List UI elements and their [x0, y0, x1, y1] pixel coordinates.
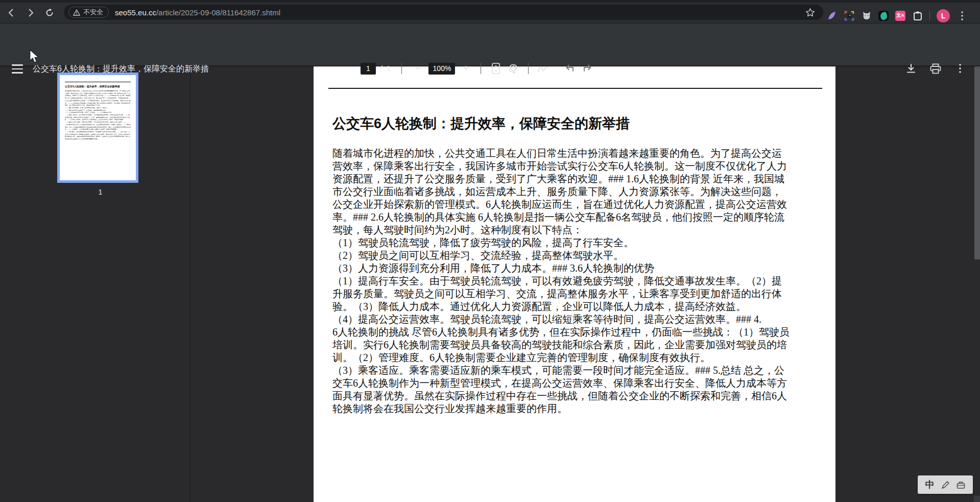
- address-bar[interactable]: 不安全 seo55.eu.cc/article/2025-09-08/81164…: [64, 5, 823, 20]
- bookmark-button[interactable]: [805, 8, 815, 19]
- document-line: （3）人力资源得到充分利用，降低了人力成本。### 3.6人轮换制的优势: [332, 262, 822, 275]
- print-button[interactable]: [927, 63, 944, 74]
- zoom-out-button[interactable]: −: [410, 63, 425, 74]
- thumbnail-lines: 随着城市化进程的加快，公共交通工具在人们日常生活中扮演着越来越重要的角色。为了提…: [65, 90, 131, 140]
- profile-initial: L: [941, 12, 946, 20]
- feather-icon: [827, 11, 837, 21]
- translate-extension-button[interactable]: 文A: [895, 11, 905, 21]
- ime-toolbar[interactable]: 中: [918, 475, 973, 494]
- dark-extension-button[interactable]: [878, 11, 889, 21]
- page-number-value: 1: [366, 64, 370, 73]
- download-button[interactable]: [902, 63, 920, 74]
- pdf-page: 公交车6人轮换制：提升效率，保障安全的新举措 随着城市化进程的加快，公共交通工具…: [314, 66, 835, 502]
- document-line: 6人轮换制的挑战 尽管6人轮换制具有诸多优势，但在实际操作过程中，仍面临一些挑战…: [332, 326, 822, 339]
- cat-extension-button[interactable]: [861, 10, 872, 21]
- document-title: 公交车6人轮换制：提升效率，保障安全的新举措: [332, 114, 820, 133]
- reload-icon: [45, 8, 54, 17]
- document-line: 率。### 2.6人轮换制的具体实施 6人轮换制是指一辆公交车配备6名驾驶员，他…: [332, 211, 822, 224]
- redo-icon: [582, 64, 592, 73]
- undo-icon: [565, 64, 575, 73]
- pdf-menu-button[interactable]: [951, 64, 969, 73]
- ime-language-indicator[interactable]: 中: [925, 479, 935, 491]
- toolbar-separator: [528, 63, 529, 74]
- annotate-button[interactable]: [535, 63, 552, 74]
- document-line: 升服务质量。驾驶员之间可以互相学习、交流，提高整体服务水平，让乘客享受到更加舒适…: [332, 288, 822, 300]
- thumbnail-text-line: （3）乘客适应。乘客需要适应新的乘车模式，可能需要一段时间才能完全适应。### …: [65, 131, 131, 133]
- warning-triangle-icon: [73, 9, 80, 16]
- document-line: 公交企业开始探索新的管理模式。6人轮换制应运而生，旨在通过优化人力资源配置，提高…: [332, 198, 822, 211]
- security-chip-label: 不安全: [83, 8, 103, 17]
- browser-menu-button[interactable]: [957, 10, 967, 21]
- document-line: 面具有显著优势。虽然在实际操作过程中存在一些挑战，但随着公交企业的不断探索和完善…: [332, 390, 822, 402]
- profile-avatar[interactable]: L: [937, 9, 950, 22]
- draw-ink-icon: [537, 63, 549, 74]
- back-arrow-icon: [7, 8, 16, 17]
- screen: 不安全 seo55.eu.cc/article/2025-09-08/81164…: [0, 0, 980, 502]
- forward-button[interactable]: [22, 5, 39, 21]
- rotate-button[interactable]: [505, 63, 522, 74]
- forward-arrow-icon: [26, 8, 35, 17]
- extensions-menu-button[interactable]: [912, 10, 923, 21]
- mouse-cursor: [29, 49, 41, 63]
- thumbnail-title: 公交车6人轮换制：提升效率，保障安全的新举措: [65, 85, 131, 88]
- thumbnail-text-line: 随着城市化进程的加快，公共交通工具在人们日常生活中扮演着越来越重要的角色。为了提…: [65, 90, 131, 92]
- document-line: 轮换制将会在我国公交行业发挥越来越重要的作用。: [332, 402, 822, 415]
- document-line: 资源配置，还提升了公交服务质量，受到了广大乘客的欢迎。### 1.6人轮换制的背…: [332, 173, 822, 185]
- zoom-in-button[interactable]: +: [458, 63, 473, 74]
- redo-button[interactable]: [579, 64, 596, 73]
- url-text: seo55.eu.cc/article/2025-09-08/811642867…: [115, 8, 280, 17]
- feather-extension-button[interactable]: [826, 10, 837, 21]
- document-line: 随着城市化进程的加快，公共交通工具在人们日常生活中扮演着越来越重要的角色。为了提…: [332, 147, 822, 160]
- clipboard-icon: [913, 11, 922, 21]
- page-thumbnail[interactable]: 公交车6人轮换制：提升效率，保障安全的新举措 随着城市化进程的加快，公共交通工具…: [57, 73, 138, 183]
- pdf-toolbar: 公交车6人轮换制：提升效率，保障安全的新举措 1 / 1 − 100% +: [0, 23, 980, 65]
- toolbar-document-title: 公交车6人轮换制：提升效率，保障安全的新举措: [33, 64, 209, 75]
- ime-pen-icon[interactable]: [941, 481, 950, 489]
- download-icon: [906, 63, 916, 74]
- scrollbar-corner: [974, 496, 980, 502]
- document-line: （1）提高行车安全。由于驾驶员轮流驾驶，可以有效避免疲劳驾驶，降低交通事故发生率…: [332, 275, 822, 288]
- undo-button[interactable]: [561, 64, 579, 73]
- document-line: （4）提高公交运营效率。驾驶员轮流驾驶，可以缩短乘客等待时间，提高公交运营效率。…: [332, 313, 822, 326]
- document-line: 营效率，保障乘客出行安全，我国许多城市开始尝试实行公交车6人轮换制。这一制度不仅…: [332, 160, 822, 173]
- pdf-right-controls: [902, 57, 969, 80]
- thumbnail-page-label: 1: [57, 187, 144, 196]
- document-line: 训。（2）管理难度。6人轮换制需要企业建立完善的管理制度，确保制度有效执行。: [332, 351, 822, 364]
- scrollbar-thumb[interactable]: [974, 66, 980, 259]
- document-line: 驾驶，每人驾驶时间约为2小时。这种制度有以下特点：: [332, 224, 822, 236]
- page-number-input[interactable]: 1: [361, 63, 376, 75]
- toolbar-separator: [481, 63, 481, 74]
- toolbar-separator: [929, 11, 930, 20]
- document-line: 市公交行业面临着诸多挑战，如运营成本上升、服务质量下降、人力资源紧张等。为解决这…: [332, 185, 822, 198]
- sidebar-toggle-button[interactable]: [10, 61, 25, 76]
- url-path: /article/2025-09-08/811642867.shtml: [156, 8, 280, 17]
- screenshot-extension-button[interactable]: [844, 10, 854, 21]
- reload-button[interactable]: [41, 5, 58, 21]
- document-line: 培训。实行6人轮换制需要驾驶员具备较高的驾驶技能和综合素质，因此，企业需要加强对…: [332, 339, 822, 351]
- thumbnail-text-line: 公交企业开始探索新的管理模式。6人轮换制应运而生，旨在通过优化人力资源配置，提高…: [65, 100, 131, 102]
- ime-toolbox-icon[interactable]: [957, 481, 965, 489]
- zoom-level-input[interactable]: 100%: [428, 63, 455, 75]
- translate-icon: 文A: [896, 12, 904, 19]
- page-total-label: / 1: [380, 64, 390, 73]
- toolbar-separator: [401, 63, 402, 74]
- zoom-level-value: 100%: [433, 64, 451, 73]
- pdf-viewer-area: 公交车6人轮换制：提升效率，保障安全的新举措 随着城市化进程的加快，公共交通工具…: [0, 65, 980, 502]
- fit-page-icon: [492, 63, 500, 74]
- security-chip[interactable]: 不安全: [68, 7, 109, 18]
- back-button[interactable]: [3, 5, 19, 21]
- teal-blob-icon: [879, 11, 888, 20]
- browser-toolbar: 不安全 seo55.eu.cc/article/2025-09-08/81164…: [0, 3, 980, 23]
- document-line: 验。（3）降低人力成本。通过优化人力资源配置，企业可以降低人力成本，提高经济效益…: [332, 300, 822, 313]
- thumbnail-text-line: 6人轮换制的挑战 尽管6人轮换制具有诸多优势，但在实际操作过程中，仍面临一些挑战…: [65, 124, 131, 126]
- fit-page-button[interactable]: [487, 63, 505, 74]
- document-line: （2）驾驶员之间可以互相学习、交流经验，提高整体驾驶水平。: [332, 249, 822, 262]
- url-domain: seo55.eu.cc: [115, 8, 156, 17]
- rotate-icon: [508, 63, 519, 74]
- thumbnail-preview: 公交车6人轮换制：提升效率，保障安全的新举措 随着城市化进程的加快，公共交通工具…: [60, 75, 136, 140]
- kebab-menu-icon: [961, 11, 963, 20]
- bookmark-star-icon: [805, 8, 815, 17]
- document-line: （1）驾驶员轮流驾驶，降低了疲劳驾驶的风险，提高了行车安全。: [332, 236, 822, 249]
- kebab-menu-icon: [959, 64, 961, 73]
- pdf-center-controls: 1 / 1 − 100% +: [361, 57, 596, 80]
